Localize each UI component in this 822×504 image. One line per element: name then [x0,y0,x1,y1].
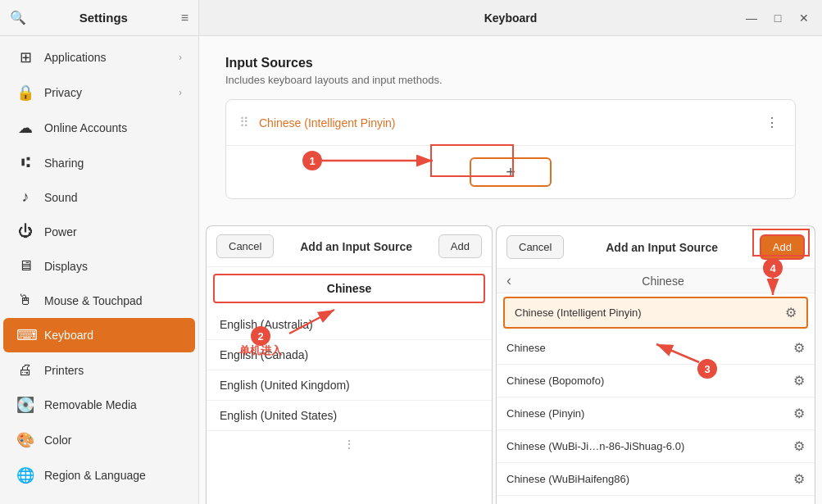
dialogs-area: Cancel Add an Input Source Add ChineseEn… [199,225,822,504]
online-accounts-icon: ☁ [16,119,34,137]
right-section-title: Chinese [521,275,805,288]
item-label: Chinese (WuBi-Ji…n-86-JiShuag-6.0) [506,440,793,452]
list-item[interactable]: English (Canada) [207,340,492,370]
sidebar-item-online-accounts[interactable]: ☁Online Accounts [3,111,195,145]
item-label: Chinese (Pinyin) [506,407,793,420]
sidebar-item-privacy[interactable]: 🔒Privacy› [3,75,195,110]
displays-icon: 🖥 [16,257,34,275]
sidebar-item-label-printers: Printers [44,364,84,377]
sidebar-item-label-privacy: Privacy [44,86,82,99]
section-description: Includes keyboard layouts and input meth… [225,74,796,86]
sidebar-item-label-mouse-touchpad: Mouse & Touchpad [44,294,143,307]
chevron-icon: › [179,87,182,98]
sidebar-item-sharing[interactable]: ⑆Sharing [3,146,195,179]
list-item[interactable]: English (United States) [207,401,492,431]
sidebar-item-label-online-accounts: Online Accounts [44,121,127,134]
back-button[interactable]: ‹ [506,272,511,289]
list-more-indicator: ⋮ [207,431,492,457]
maximize-button[interactable]: □ [766,7,789,30]
color-icon: 🎨 [16,431,34,449]
window-controls: — □ ✕ [740,7,815,30]
input-sources-box: ⠿ Chinese (Intelligent Pinyin) ⋮ + [225,99,796,199]
list-item[interactable]: English (Australia) [207,310,492,340]
sidebar-item-label-displays: Displays [44,260,88,273]
list-item[interactable]: Chinese (WuBiHaifeng86)⚙ [497,463,815,496]
list-item[interactable]: Chinese (WuBi-Ji…n-86-JiShuag-6.0)⚙ [497,430,815,463]
add-source-button[interactable]: + [470,157,552,187]
titlebar: Keyboard — □ ✕ [199,0,822,36]
right-add-button[interactable]: Add [760,234,805,260]
item-label: Chinese [506,342,793,354]
gear-icon[interactable]: ⚙ [793,406,805,421]
sidebar-item-mouse-touchpad[interactable]: 🖱Mouse & Touchpad [3,284,195,317]
removable-media-icon: 💽 [16,396,34,414]
right-cancel-button[interactable]: Cancel [506,235,564,259]
drag-handle-icon: ⠿ [239,115,249,130]
source-menu-button[interactable]: ⋮ [762,111,782,134]
sidebar-item-removable-media[interactable]: 💽Removable Media [3,388,195,422]
region-language-icon: 🌐 [16,466,34,484]
item-label: Chinese (WuBiHaifeng86) [506,473,793,485]
sidebar: 🔍 Settings ≡ ⊞Applications›🔒Privacy›☁Onl… [0,0,199,504]
left-dialog-list: ChineseEnglish (Australia)English (Canad… [207,267,492,504]
section-title: Input Sources [225,56,796,70]
sidebar-nav: ⊞Applications›🔒Privacy›☁Online Accounts⑆… [0,36,198,504]
left-add-button[interactable]: Add [438,234,482,258]
list-item[interactable]: Chinese (Intelligent Pinyin)⚙ [503,297,808,329]
sidebar-header: 🔍 Settings ≡ [0,0,198,36]
list-item[interactable]: Hanyu Pinyin (with AltGr dead keys)⚙ [497,496,815,504]
sidebar-item-label-color: Color [44,434,71,447]
keyboard-icon: ⌨ [16,326,34,344]
list-item[interactable]: Chinese⚙ [497,332,815,365]
sidebar-item-displays[interactable]: 🖥Displays [3,249,195,283]
right-dialog-title: Add an Input Source [570,241,752,254]
list-item[interactable]: Chinese (Pinyin)⚙ [497,397,815,430]
sidebar-item-label-sharing: Sharing [44,157,84,170]
sound-icon: ♪ [16,188,34,206]
gear-icon[interactable]: ⚙ [793,340,805,356]
mouse-touchpad-icon: 🖱 [16,292,34,309]
sharing-icon: ⑆ [16,154,34,171]
app-title: Settings [33,11,175,25]
privacy-icon: 🔒 [16,84,34,102]
right-dialog-list: Chinese (Intelligent Pinyin)⚙Chinese⚙Chi… [497,293,815,504]
sidebar-item-color[interactable]: 🎨Color [3,423,195,457]
item-label: Chinese (Bopomofo) [506,375,793,387]
left-dialog-header: Cancel Add an Input Source Add [207,226,492,267]
input-source-item: ⠿ Chinese (Intelligent Pinyin) ⋮ [226,100,795,146]
sidebar-item-label-power: Power [44,225,77,238]
sidebar-item-keyboard[interactable]: ⌨Keyboard [3,318,195,352]
source-name: Chinese (Intelligent Pinyin) [259,116,752,129]
list-item[interactable]: Chinese (Bopomofo)⚙ [497,365,815,397]
sidebar-item-label-applications: Applications [44,51,107,64]
minimize-button[interactable]: — [740,7,763,30]
menu-icon[interactable]: ≡ [181,11,188,25]
gear-icon[interactable]: ⚙ [793,438,805,454]
left-dialog-title: Add an Input Source [280,240,431,253]
sidebar-item-sound[interactable]: ♪Sound [3,180,195,214]
right-dialog-header: Cancel Add an Input Source Add [497,226,815,269]
gear-icon[interactable]: ⚙ [785,305,797,320]
gear-icon[interactable]: ⚙ [793,373,805,388]
add-source-row: + [226,146,795,198]
search-icon[interactable]: 🔍 [10,10,26,25]
gear-icon[interactable]: ⚙ [793,471,805,487]
sidebar-item-power[interactable]: ⏻Power [3,215,195,248]
window-title: Keyboard [484,11,538,25]
right-back-bar: ‹ Chinese [497,269,815,293]
applications-icon: ⊞ [16,48,34,66]
sidebar-item-label-removable-media: Removable Media [44,398,137,411]
left-cancel-button[interactable]: Cancel [216,234,274,258]
right-dialog: Cancel Add an Input Source Add ‹ Chinese… [496,225,815,504]
list-item[interactable]: Chinese [213,274,485,303]
list-item[interactable]: English (United Kingdom) [207,370,492,401]
close-button[interactable]: ✕ [792,7,815,30]
chevron-icon: › [179,52,182,63]
printers-icon: 🖨 [16,361,34,379]
sidebar-item-printers[interactable]: 🖨Printers [3,353,195,387]
sidebar-item-label-sound: Sound [44,191,77,204]
sidebar-item-region-language[interactable]: 🌐Region & Language [3,458,195,493]
power-icon: ⏻ [16,223,34,240]
sidebar-item-applications[interactable]: ⊞Applications› [3,40,195,75]
main-content: Keyboard — □ ✕ Input Sources Includes ke… [199,0,822,504]
